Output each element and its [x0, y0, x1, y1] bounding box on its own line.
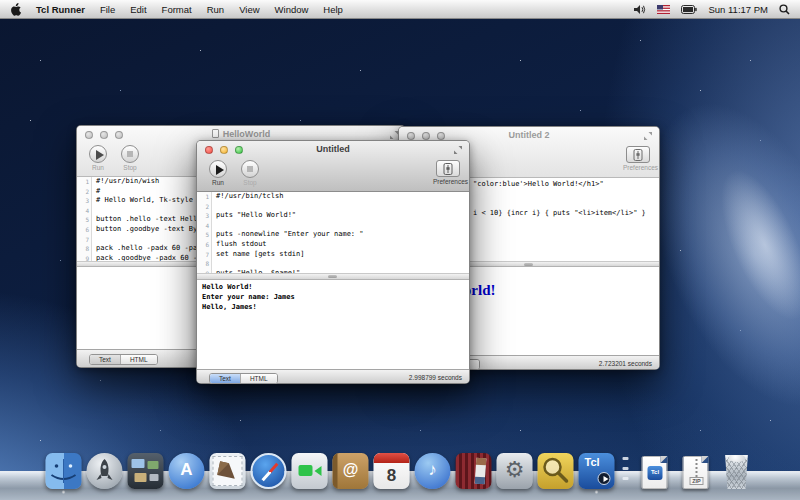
program-output: Hello World! Enter your name: James Hell… — [197, 280, 469, 312]
menu-view[interactable]: View — [239, 4, 259, 15]
battery-icon[interactable] — [681, 5, 697, 14]
play-icon — [216, 165, 224, 175]
splitter-handle-icon — [524, 263, 533, 266]
safari-icon — [251, 453, 287, 489]
toolbar: Run Stop Preferences — [197, 158, 469, 192]
dock-item-photo-booth[interactable] — [455, 453, 493, 494]
dock-item-tcl-document[interactable]: Tcl — [636, 454, 674, 494]
splitter[interactable] — [197, 273, 469, 280]
stop-button[interactable] — [241, 160, 259, 178]
dock: A @ 8 ♪ ⚙ — [0, 452, 800, 500]
photo-booth-icon — [456, 453, 492, 489]
desktop: Tcl Runner File Edit Format Run View Win… — [0, 0, 800, 500]
preferences-button[interactable] — [626, 146, 650, 163]
menu-bar: Tcl Runner File Edit Format Run View Win… — [0, 0, 800, 19]
run-label: Run — [203, 179, 233, 186]
minimize-button[interactable] — [100, 131, 108, 139]
elapsed-time: 2.998799 seconds — [409, 374, 462, 381]
crumpled-paper-icon — [729, 454, 746, 462]
menu-format[interactable]: Format — [162, 4, 192, 15]
dock-separator — [619, 451, 633, 494]
preferences-icon — [443, 163, 453, 175]
menu-window[interactable]: Window — [275, 4, 309, 15]
close-button[interactable] — [407, 132, 415, 140]
tcl-runner-icon: Tcl — [579, 453, 615, 489]
trash-icon — [722, 455, 752, 489]
menu-file[interactable]: File — [100, 4, 115, 15]
dock-item-calendar[interactable]: 8 — [373, 453, 411, 494]
menu-edit[interactable]: Edit — [130, 4, 146, 15]
dock-item-contacts[interactable]: @ — [332, 453, 370, 494]
running-indicator — [595, 490, 599, 494]
dock-item-safari[interactable] — [250, 453, 288, 494]
zoom-button[interactable] — [235, 146, 243, 154]
preferences-label: Preferences — [623, 164, 653, 171]
document-proxy-icon[interactable] — [212, 129, 219, 138]
run-button[interactable] — [209, 160, 227, 178]
finder-icon — [46, 453, 82, 489]
tab-text[interactable]: Text — [90, 355, 121, 364]
dock-item-app-store[interactable]: A — [168, 453, 206, 494]
dock-item-trash[interactable] — [718, 453, 756, 494]
zoom-button[interactable] — [437, 132, 445, 140]
address-book-icon: @ — [333, 453, 369, 489]
app-store-icon: A — [169, 453, 205, 489]
separator-icon — [619, 451, 633, 489]
dock-item-mission-control[interactable] — [127, 453, 165, 494]
magnifier-icon — [538, 453, 574, 489]
dock-item-mail[interactable] — [209, 453, 247, 494]
dock-item-system-preferences[interactable]: ⚙ — [496, 453, 534, 494]
run-label: Run — [83, 164, 113, 171]
zoom-button[interactable] — [115, 131, 123, 139]
dock-item-launchpad[interactable] — [86, 453, 124, 494]
minimize-button[interactable] — [422, 132, 430, 140]
code-editor[interactable]: 1#!/usr/bin/tclsh 2 3puts "Hello World!"… — [197, 192, 469, 273]
stop-button[interactable] — [121, 145, 139, 163]
play-badge-icon — [598, 472, 611, 485]
gear-icon: ⚙ — [497, 453, 533, 489]
dock-item-tcl-runner[interactable]: Tcl — [578, 453, 616, 494]
output-mode-switch: Text HTML — [209, 373, 278, 384]
stop-label: Stop — [115, 164, 145, 171]
output-area[interactable]: Hello World! Enter your name: James Hell… — [197, 280, 469, 371]
close-button[interactable] — [205, 146, 213, 154]
run-button[interactable] — [89, 145, 107, 163]
dock-item-facetime[interactable] — [291, 453, 329, 494]
menu-help[interactable]: Help — [323, 4, 343, 15]
menu-clock[interactable]: Sun 11:17 PM — [708, 4, 768, 15]
tab-text[interactable]: Text — [210, 374, 241, 383]
splitter-handle-icon — [328, 275, 337, 278]
play-icon — [96, 150, 104, 160]
us-flag-icon[interactable] — [657, 5, 670, 14]
apple-menu-icon[interactable] — [10, 3, 21, 16]
preferences-icon — [633, 149, 643, 161]
code-fragment: i < 10} {incr i} { puts "<li>item</li>" … — [473, 209, 646, 217]
spotlight-icon[interactable] — [779, 4, 790, 15]
elapsed-time: 2.723201 seconds — [599, 360, 652, 367]
volume-icon[interactable] — [634, 4, 646, 15]
code-fragment: "color:blue'>Hello World!</h1>" — [473, 180, 604, 188]
tab-html[interactable]: HTML — [121, 355, 157, 364]
dock-item-finder[interactable] — [45, 453, 83, 494]
dock-item-itunes[interactable]: ♪ — [414, 453, 452, 494]
launchpad-icon — [87, 453, 123, 489]
window-untitled: Untitled Run Stop Preferences 1 — [196, 140, 470, 384]
preferences-button[interactable] — [436, 160, 460, 177]
close-button[interactable] — [85, 131, 93, 139]
calendar-icon: 8 — [374, 453, 410, 489]
fullscreen-icon[interactable] — [453, 145, 463, 155]
output-mode-switch: Text HTML — [89, 354, 158, 365]
stop-label: Stop — [235, 179, 265, 186]
dock-item-search-utility[interactable] — [537, 453, 575, 494]
preferences-label: Preferences — [433, 178, 463, 185]
itunes-icon: ♪ — [415, 453, 451, 489]
tab-html[interactable]: HTML — [241, 374, 277, 383]
menu-app-name[interactable]: Tcl Runner — [36, 4, 85, 15]
mail-icon — [210, 453, 246, 489]
titlebar[interactable]: Untitled — [197, 141, 469, 158]
fullscreen-icon[interactable] — [643, 131, 653, 141]
menu-run[interactable]: Run — [207, 4, 224, 15]
minimize-button[interactable] — [220, 146, 228, 154]
dock-item-zip-archive[interactable]: ZIP — [677, 454, 715, 494]
running-indicator — [62, 490, 66, 494]
